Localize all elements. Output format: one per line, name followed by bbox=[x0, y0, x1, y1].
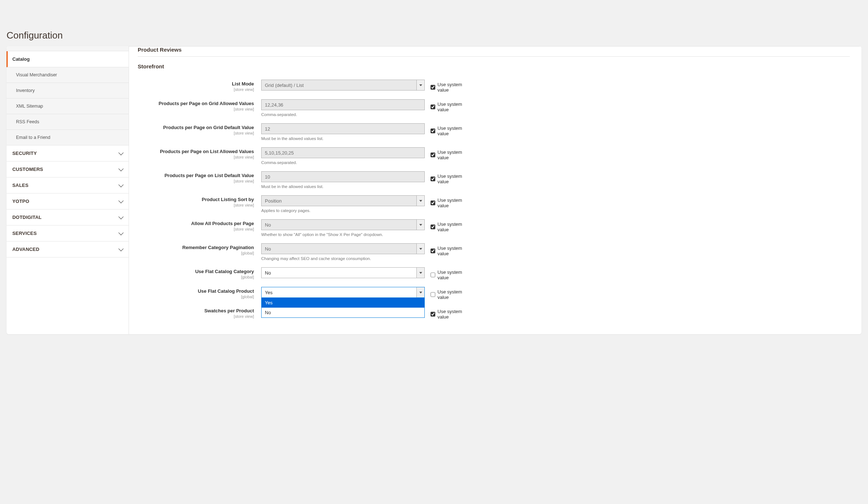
sidebar-item-label: Catalog bbox=[12, 56, 30, 62]
list-default-input bbox=[261, 171, 425, 182]
use-system-value-checkbox[interactable]: Use system value bbox=[425, 123, 468, 136]
chevron-down-icon bbox=[118, 198, 124, 203]
field-label: Products per Page on Grid Allowed Values bbox=[159, 101, 254, 106]
checkbox-input[interactable] bbox=[431, 272, 435, 277]
checkbox-input[interactable] bbox=[431, 128, 435, 133]
help-text: Comma-separated. bbox=[261, 160, 425, 165]
sidebar-section-label: CUSTOMERS bbox=[12, 167, 43, 172]
sidebar-section-label: YOTPO bbox=[12, 199, 29, 204]
checkbox-input[interactable] bbox=[431, 85, 435, 90]
checkbox-input[interactable] bbox=[431, 312, 435, 317]
chevron-down-icon bbox=[118, 166, 124, 171]
sidebar-item-catalog[interactable]: Catalog bbox=[7, 51, 129, 67]
field-allow-all: Allow All Products per Page [store view]… bbox=[138, 219, 850, 237]
help-text: Applies to category pages. bbox=[261, 208, 425, 213]
checkbox-label: Use system value bbox=[437, 197, 468, 208]
field-label: Use Flat Catalog Category bbox=[195, 269, 254, 274]
sidebar-section-yotpo[interactable]: YOTPO bbox=[7, 193, 129, 209]
sidebar-item-inventory[interactable]: Inventory bbox=[7, 83, 129, 99]
help-text: Comma-separated. bbox=[261, 112, 425, 117]
field-remember-pagination: Remember Category Pagination [global] No… bbox=[138, 243, 850, 261]
chevron-down-icon bbox=[118, 182, 124, 187]
field-swatches: Swatches per Product [store view] Use sy… bbox=[138, 307, 850, 320]
sidebar-item-rss-feeds[interactable]: RSS Feeds bbox=[7, 114, 129, 130]
chevron-down-icon bbox=[118, 246, 124, 251]
sidebar-item-email-friend[interactable]: Email to a Friend bbox=[7, 130, 129, 145]
help-text: Whether to show "All" option in the "Sho… bbox=[261, 232, 425, 237]
checkbox-input[interactable] bbox=[431, 224, 435, 229]
sidebar-section-label: SALES bbox=[12, 183, 28, 188]
field-flat-product: Use Flat Catalog Product [global] Yes Ye… bbox=[138, 287, 850, 300]
use-system-value-checkbox[interactable]: Use system value bbox=[425, 171, 468, 184]
field-label: Remember Category Pagination bbox=[182, 245, 254, 250]
field-flat-category: Use Flat Catalog Category [global] No Us… bbox=[138, 267, 850, 280]
field-label: List Mode bbox=[232, 81, 254, 87]
sidebar-item-visual-merchandiser[interactable]: Visual Merchandiser bbox=[7, 67, 129, 83]
field-label: Products per Page on List Default Value bbox=[165, 173, 254, 178]
checkbox-input[interactable] bbox=[431, 248, 435, 253]
checkbox-label: Use system value bbox=[437, 309, 468, 320]
sidebar-section-advanced[interactable]: ADVANCED bbox=[7, 241, 129, 257]
use-system-value-checkbox[interactable]: Use system value bbox=[425, 147, 468, 160]
section-storefront[interactable]: Storefront bbox=[138, 59, 850, 73]
checkbox-input[interactable] bbox=[431, 104, 435, 109]
sidebar-section-label: SECURITY bbox=[12, 151, 37, 156]
select-value: No bbox=[265, 270, 271, 276]
field-sort-by: Product Listing Sort by [store view] Pos… bbox=[138, 195, 850, 213]
use-system-value-checkbox[interactable]: Use system value bbox=[425, 307, 468, 320]
flat-product-select[interactable]: Yes Yes No bbox=[261, 287, 425, 298]
use-system-value-checkbox[interactable]: Use system value bbox=[425, 243, 468, 256]
dropdown-option-yes[interactable]: Yes bbox=[262, 298, 424, 308]
use-system-value-checkbox[interactable]: Use system value bbox=[425, 287, 468, 300]
sidebar-section-services[interactable]: SERVICES bbox=[7, 225, 129, 241]
field-label: Products per Page on List Allowed Values bbox=[160, 149, 254, 154]
checkbox-input[interactable] bbox=[431, 176, 435, 181]
use-system-value-checkbox[interactable]: Use system value bbox=[425, 99, 468, 112]
select-value: Grid (default) / List bbox=[265, 83, 304, 88]
checkbox-label: Use system value bbox=[437, 245, 468, 256]
use-system-value-checkbox[interactable]: Use system value bbox=[425, 267, 468, 280]
help-text: Must be in the allowed values list. bbox=[261, 184, 425, 189]
checkbox-label: Use system value bbox=[437, 221, 468, 232]
field-label: Allow All Products per Page bbox=[191, 221, 254, 226]
checkbox-input[interactable] bbox=[431, 152, 435, 157]
remember-pagination-select: No bbox=[261, 243, 425, 254]
use-system-value-checkbox[interactable]: Use system value bbox=[425, 219, 468, 232]
chevron-down-icon bbox=[118, 214, 124, 219]
sidebar-item-xml-sitemap[interactable]: XML Sitemap bbox=[7, 99, 129, 114]
sidebar-section-label: ADVANCED bbox=[12, 247, 39, 252]
sidebar-item-label: Visual Merchandiser bbox=[16, 72, 57, 77]
field-scope: [global] bbox=[138, 275, 254, 279]
use-system-value-checkbox[interactable]: Use system value bbox=[425, 195, 468, 208]
caret-down-icon bbox=[419, 292, 422, 293]
use-system-value-checkbox[interactable]: Use system value bbox=[425, 80, 468, 93]
select-value: Yes bbox=[265, 290, 272, 295]
checkbox-label: Use system value bbox=[437, 82, 468, 93]
caret-down-icon bbox=[419, 84, 422, 86]
sidebar-section-sales[interactable]: SALES bbox=[7, 177, 129, 193]
config-sidebar: Catalog Visual Merchandiser Inventory XM… bbox=[7, 46, 129, 334]
checkbox-label: Use system value bbox=[437, 125, 468, 136]
checkbox-input[interactable] bbox=[431, 200, 435, 205]
field-scope: [store view] bbox=[138, 131, 254, 135]
help-text: Must be in the allowed values list. bbox=[261, 136, 425, 141]
field-scope: [store view] bbox=[138, 179, 254, 183]
checkbox-input[interactable] bbox=[431, 292, 435, 297]
caret-down-icon bbox=[419, 272, 422, 274]
caret-down-icon bbox=[419, 200, 422, 202]
chevron-down-icon bbox=[118, 150, 124, 155]
sidebar-section-security[interactable]: SECURITY bbox=[7, 145, 129, 161]
chevron-down-icon bbox=[118, 230, 124, 235]
field-list-mode: List Mode [store view] Grid (default) / … bbox=[138, 80, 850, 93]
sidebar-item-label: XML Sitemap bbox=[16, 104, 43, 109]
dropdown-option-no[interactable]: No bbox=[262, 308, 424, 317]
sidebar-section-dotdigital[interactable]: DOTDIGITAL bbox=[7, 209, 129, 225]
field-scope: [store view] bbox=[138, 203, 254, 207]
sidebar-section-customers[interactable]: CUSTOMERS bbox=[7, 161, 129, 177]
grid-allowed-input bbox=[261, 99, 425, 110]
checkbox-label: Use system value bbox=[437, 269, 468, 280]
field-list-allowed: Products per Page on List Allowed Values… bbox=[138, 147, 850, 165]
section-product-reviews[interactable]: Product Reviews bbox=[138, 47, 850, 57]
flat-category-select[interactable]: No bbox=[261, 267, 425, 278]
config-main: Product Reviews Storefront List Mode [st… bbox=[129, 46, 861, 334]
